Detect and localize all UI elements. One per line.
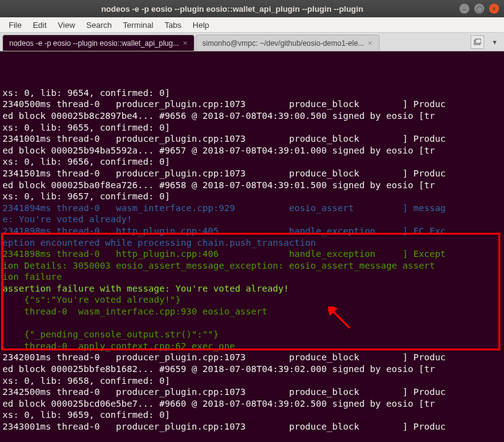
menu-search[interactable]: Search [81,19,116,32]
terminal-line [2,318,502,329]
window-controls: – ◯ × [459,4,499,14]
terminal-line: {"_pending_console_output.str()":""} [2,329,502,340]
menu-help[interactable]: Help [188,19,214,32]
close-icon[interactable]: × [183,38,188,48]
terminal-line: xs: 0, lib: 9659, confirmed: 0] [2,409,502,421]
menubar: File Edit View Search Terminal Tabs Help [0,17,504,33]
terminal-line: ed block 000025b94ba5592a... #9657 @ 201… [2,145,502,157]
tab-label: nodeos -e -p eosio --plugin eosio::walle… [9,39,179,48]
terminal-line: 2340500ms thread-0 producer_plugin.cpp:1… [2,98,502,110]
terminal-line: ed block 000025b8c2897be4... #9656 @ 201… [2,110,502,122]
terminal-line: e: You're voted already! [2,214,502,225]
menu-file[interactable]: File [4,19,27,32]
terminal-line: thread-0 wasm_interface.cpp:930 eosio_as… [2,306,502,318]
terminal-line: ion Details: 3050003 eosio_assert_messag… [2,260,502,272]
tab-nodeos[interactable]: nodeos -e -p eosio --plugin eosio::walle… [2,35,194,51]
terminal-line: xs: 0, lib: 9656, confirmed: 0] [2,156,502,168]
terminal-line: xs: 0, lib: 9654, confirmed: 0] [2,87,502,99]
terminal-line: 2343001ms thread-0 producer_plugin.cpp:1… [2,421,502,433]
terminal-line: ion failure [2,271,502,283]
tab-simonho[interactable]: simonho@vmpc: ~/dev/github/eosio-demo1-e… [196,35,380,51]
close-icon[interactable]: × [368,38,373,48]
terminal-line: 2341898ms thread-0 http_plugin.cpp:406 h… [2,248,502,260]
terminal-line: eption encountered while processing chai… [2,237,502,249]
terminal-line: xs: 0, lib: 9655, confirmed: 0] [2,122,502,134]
menu-terminal[interactable]: Terminal [118,19,159,32]
menu-tabs[interactable]: Tabs [160,19,186,32]
menu-edit[interactable]: Edit [28,19,51,32]
minimize-button[interactable]: – [459,4,469,14]
terminal-line: ed block 000025bcd06e5be7... #9660 @ 201… [2,398,502,410]
new-tab-button[interactable] [471,35,484,49]
tabbar: nodeos -e -p eosio --plugin eosio::walle… [0,33,504,51]
terminal-line: 2341894ms thread-0 wasm_interface.cpp:92… [2,202,502,214]
terminal-line: xs: 0, lib: 9657, confirmed: 0] [2,191,502,202]
menu-view[interactable]: View [53,19,80,32]
close-button[interactable]: × [489,4,499,14]
window-title: nodeos -e -p eosio --plugin eosio::walle… [5,4,459,14]
window-titlebar: nodeos -e -p eosio --plugin eosio::walle… [0,0,504,17]
terminal-line: xs: 0, lib: 9658, confirmed: 0] [2,375,502,387]
terminal-line: ed block 000025bbfe8b1682... #9659 @ 201… [2,363,502,375]
maximize-button[interactable]: ◯ [474,4,484,14]
tab-menu-button[interactable]: ▾ [488,35,502,49]
terminal-line: 2341898ms thread-0 http_plugin.cpp:405 h… [2,225,502,237]
terminal-line: {"s":"You're voted already!"} [2,294,502,306]
terminal-output[interactable]: xs: 0, lib: 9654, confirmed: 0]2340500ms… [0,51,504,442]
terminal-line: ed block 000025ba0f8ea726... #9658 @ 201… [2,180,502,191]
chevron-down-icon: ▾ [493,38,497,46]
terminal-line: thread-0 apply_context.cpp:62 exec_one [2,340,502,352]
new-tab-icon [474,38,481,46]
terminal-line: 2341501ms thread-0 producer_plugin.cpp:1… [2,168,502,180]
svg-rect-1 [476,39,481,43]
tab-label: simonho@vmpc: ~/dev/github/eosio-demo1-e… [202,39,364,48]
terminal-line: 2342001ms thread-0 producer_plugin.cpp:1… [2,352,502,363]
terminal-line: 2342500ms thread-0 producer_plugin.cpp:1… [2,386,502,398]
terminal-line: assertion failure with message: You're v… [2,283,502,295]
terminal-line: 2341001ms thread-0 producer_plugin.cpp:1… [2,133,502,145]
